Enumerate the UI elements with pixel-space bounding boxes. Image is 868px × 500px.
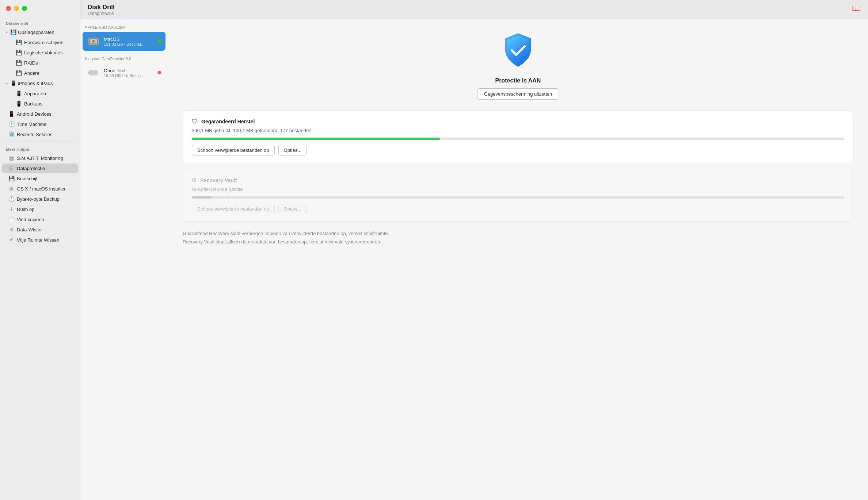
smart-icon: ▦: [8, 155, 15, 161]
sidebar-item-bytetobyte[interactable]: 🕐 Byte-to-byte Backup: [2, 194, 78, 204]
sidebar-item-backups[interactable]: 📱 Backups: [2, 99, 78, 108]
other-icon: 💾: [15, 70, 22, 76]
osx-icon: ⊗: [8, 186, 15, 192]
macos-drive-icon: [87, 35, 100, 48]
raid-icon: 💾: [15, 60, 22, 66]
recovery-vault-card: ⊙ Recovery Vault Nt-ondersteunde partiti…: [183, 169, 853, 222]
sidebar-item-smart[interactable]: ▦ S.M.A.R.T. Monitoring: [2, 153, 78, 163]
sidebar-item-opslagapparaten[interactable]: ▾ 💾 Opslagapparaten: [2, 27, 78, 37]
shield-icon-wrap: [498, 30, 538, 72]
iphone-icon: 📱: [10, 80, 16, 86]
drive-item-macos[interactable]: MacOS 121,02 GB • Bescher...: [83, 32, 165, 51]
sidebar-divider: [4, 142, 76, 142]
timemachine-icon: 🕐: [8, 121, 15, 127]
device-icon: 📱: [15, 91, 22, 96]
sidebar-item-bootschijf[interactable]: 💾 Bootschijf: [2, 174, 78, 183]
shield-check-icon: 🛡: [192, 118, 198, 125]
hdd-icon: 💾: [15, 39, 22, 45]
storage-icon: 💾: [10, 29, 16, 35]
sidebar-item-osx[interactable]: ⊗ OS X / macOS installer: [2, 184, 78, 193]
sidebar-item-android[interactable]: 📱 Android Devices: [2, 109, 78, 119]
sidebar-item-recente[interactable]: ⚙️ Recente Sessies: [2, 130, 78, 139]
svg-rect-7: [88, 72, 90, 74]
chevron-down-icon: ▾: [6, 30, 8, 34]
drive-item-ohnetitel[interactable]: Ohne Titel 15,39 GB • Nt Besch...: [83, 63, 165, 82]
guaranteed-header: 🛡 Gegarandeerd Herstel: [192, 118, 844, 125]
shield-active-icon: 🛡: [8, 165, 15, 171]
sidebar-item-iphones[interactable]: ▾ 📱 iPhones & iPads: [2, 78, 78, 88]
backup-icon: 📱: [15, 101, 22, 107]
svg-point-4: [93, 41, 94, 42]
vault-options-button: Opties...: [278, 204, 307, 214]
guaranteed-actions: Schoon verwijderde bestanden op Opties..…: [192, 145, 844, 155]
content-split: APPLE SSD AP0128M MacOS 121,02 GB • Besc…: [80, 19, 868, 500]
shield-section: Protectie is AAN Gegevensbescherming uit…: [183, 30, 853, 100]
guaranteed-options-button[interactable]: Opties...: [278, 145, 307, 155]
dataherstel-label: Dataherstel: [0, 18, 80, 27]
sidebar-item-vindkopie[interactable]: 📄 Vind kopieën: [2, 215, 78, 224]
minimize-button[interactable]: [14, 6, 19, 11]
vault-header: ⊙ Recovery Vault: [192, 177, 844, 184]
boot-icon: 💾: [8, 176, 15, 181]
apple-ssd-label: APPLE SSD AP0128M: [80, 22, 168, 31]
footer-notes: Guaranteed Recovery slaat verborgen kopi…: [183, 229, 853, 246]
ohnetitel-drive-info: 15,39 GB • Nt Besch...: [104, 73, 154, 78]
close-button[interactable]: [6, 6, 11, 11]
ohnetitel-drive-name: Ohne Titel: [104, 68, 154, 73]
findcopy-icon: 📄: [8, 216, 15, 222]
protection-status: Protectie is AAN: [495, 77, 541, 84]
sidebar: Dataherstel ▾ 💾 Opslagapparaten 💾 Hardwa…: [0, 0, 80, 500]
main-area: Disk Drill Dataprotectie 📖 APPLE SSD AP0…: [80, 0, 868, 500]
titlebar: Disk Drill Dataprotectie 📖: [80, 0, 868, 19]
titlebar-left: Disk Drill Dataprotectie: [88, 4, 115, 16]
drive-panel: APPLE SSD AP0128M MacOS 121,02 GB • Besc…: [80, 19, 168, 500]
sidebar-item-timemachine[interactable]: 🕐 Time Machine: [2, 119, 78, 129]
footer-line2: Recovery Vault slaat alleen de metadata …: [183, 238, 853, 246]
android-icon: 📱: [8, 111, 15, 117]
iphones-label: iPhones & iPads: [18, 81, 53, 86]
ohnetitel-status-dot: [157, 71, 161, 74]
vault-actions: Schoon verwijderde bestanden op Opties..…: [192, 204, 844, 214]
kingston-label: Kingston DataTraveler 3.0: [80, 54, 168, 62]
sidebar-item-logische[interactable]: 💾 Logische Volumes: [2, 48, 78, 57]
backup2-icon: 🕐: [8, 196, 15, 202]
macos-drive-info: 121,02 GB • Bescher...: [104, 42, 154, 46]
sidebar-item-hardware[interactable]: 💾 Hardware-schijven: [2, 38, 78, 47]
storage-group-label: Opslagapparaten: [18, 30, 54, 35]
macos-drive-name: MacOS: [104, 36, 154, 42]
macos-status-dot: [157, 39, 161, 43]
freespace-icon: ✳: [8, 237, 15, 243]
traffic-lights: [6, 6, 27, 11]
sidebar-item-andere[interactable]: 💾 Andere: [2, 68, 78, 78]
wipe-icon: 🖥: [8, 227, 15, 232]
fullscreen-button[interactable]: [22, 6, 27, 11]
sidebar-item-apparaten[interactable]: 📱 Apparaten: [2, 89, 78, 98]
macos-drive-text: MacOS 121,02 GB • Bescher...: [104, 36, 154, 46]
gegevens-button[interactable]: Gegevensbescherming uitzetten: [477, 88, 559, 100]
guaranteed-progress-wrap: [192, 138, 844, 140]
sidebar-item-ruimop[interactable]: ✛ Ruim op: [2, 204, 78, 214]
meer-label: Meer Hulpm.: [0, 144, 80, 153]
usb-drive-icon: [87, 66, 100, 79]
guaranteed-clean-button[interactable]: Schoon verwijderde bestanden op: [192, 145, 275, 155]
vault-progress-wrap: [192, 196, 844, 199]
detail-panel: Protectie is AAN Gegevensbescherming uit…: [168, 19, 868, 500]
svg-rect-6: [90, 70, 97, 75]
volume-icon: 💾: [15, 50, 22, 55]
camera-icon: ⊙: [192, 177, 197, 184]
book-icon[interactable]: 📖: [852, 4, 861, 12]
chevron-down-icon: ▾: [6, 81, 8, 85]
guaranteed-title: Gegarandeerd Herstel: [201, 119, 255, 124]
vault-progress-bar: [192, 196, 212, 199]
vault-desc: Nt-ondersteunde partitie: [192, 186, 844, 192]
guaranteed-desc: 296,1 MB gebruikt, 100,4 MB getraceerd, …: [192, 128, 844, 133]
guaranteed-card: 🛡 Gegarandeerd Herstel 296,1 MB gebruikt…: [183, 111, 853, 163]
vault-title: Recovery Vault: [200, 177, 237, 183]
app-subtitle: Dataprotectie: [88, 11, 115, 16]
sidebar-item-datawisser[interactable]: 🖥 Data-Wisser: [2, 225, 78, 234]
sidebar-item-dataprotectie[interactable]: 🛡 Dataprotectie: [2, 164, 78, 173]
ohnetitel-drive-text: Ohne Titel 15,39 GB • Nt Besch...: [104, 68, 154, 78]
sidebar-item-vrijruimte[interactable]: ✳ Vrije Ruimte Wissen: [2, 235, 78, 245]
footer-line1: Guaranteed Recovery slaat verborgen kopi…: [183, 229, 853, 238]
sidebar-item-raids[interactable]: 💾 RAIDs: [2, 58, 78, 68]
